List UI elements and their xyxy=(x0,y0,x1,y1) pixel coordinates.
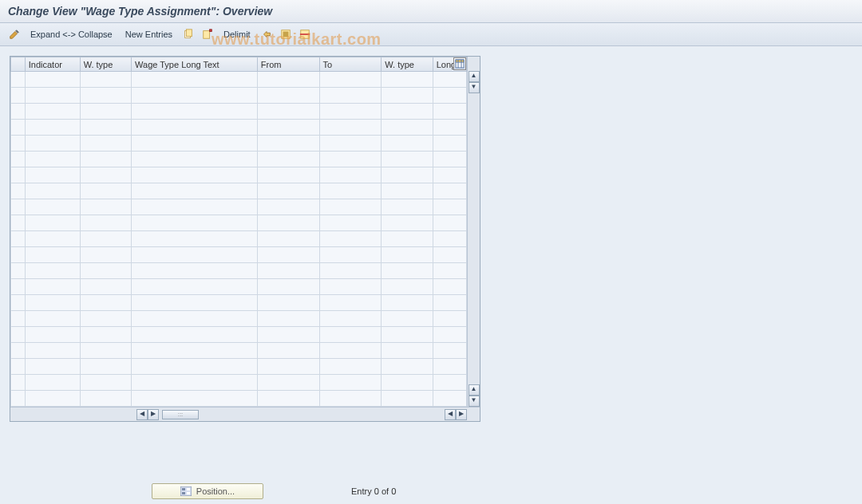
table-cell[interactable] xyxy=(25,343,80,359)
row-selector[interactable] xyxy=(11,391,26,407)
table-cell[interactable] xyxy=(382,311,433,327)
table-cell[interactable] xyxy=(433,152,466,167)
table-cell[interactable] xyxy=(319,167,382,183)
undo-button[interactable] xyxy=(259,26,275,42)
select-all-button[interactable] xyxy=(278,26,294,42)
scroll-down-button[interactable]: ▼ xyxy=(469,396,480,407)
table-cell[interactable] xyxy=(382,295,433,311)
table-cell[interactable] xyxy=(25,199,80,215)
row-selector[interactable] xyxy=(11,247,26,263)
table-cell[interactable] xyxy=(132,231,258,247)
table-row[interactable] xyxy=(11,247,467,263)
table-cell[interactable] xyxy=(25,247,80,263)
table-cell[interactable] xyxy=(257,152,319,167)
table-row[interactable] xyxy=(11,152,467,167)
table-cell[interactable] xyxy=(257,183,319,199)
table-cell[interactable] xyxy=(382,167,433,183)
table-cell[interactable] xyxy=(25,88,80,104)
table-cell[interactable] xyxy=(80,136,131,152)
table-cell[interactable] xyxy=(257,120,319,136)
table-cell[interactable] xyxy=(80,120,131,136)
table-cell[interactable] xyxy=(382,72,433,88)
row-selector[interactable] xyxy=(11,375,26,391)
table-cell[interactable] xyxy=(132,199,258,215)
table-cell[interactable] xyxy=(80,231,131,247)
table-cell[interactable] xyxy=(25,72,80,88)
table-cell[interactable] xyxy=(433,72,466,88)
col-wtype-2[interactable]: W. type xyxy=(382,57,433,72)
table-row[interactable] xyxy=(11,167,467,183)
table-cell[interactable] xyxy=(25,120,80,136)
table-cell[interactable] xyxy=(319,199,382,215)
table-cell[interactable] xyxy=(80,311,131,327)
table-cell[interactable] xyxy=(80,343,131,359)
table-row[interactable] xyxy=(11,88,467,104)
table-cell[interactable] xyxy=(319,72,382,88)
table-cell[interactable] xyxy=(132,391,258,407)
table-cell[interactable] xyxy=(433,375,466,391)
table-cell[interactable] xyxy=(382,279,433,295)
table-row[interactable] xyxy=(11,391,467,407)
col-wtype[interactable]: W. type xyxy=(80,57,131,72)
delimit-button[interactable]: Delimit xyxy=(219,26,255,42)
table-row[interactable] xyxy=(11,215,467,231)
table-cell[interactable] xyxy=(433,120,466,136)
row-selector[interactable] xyxy=(11,279,26,295)
table-cell[interactable] xyxy=(80,104,131,120)
table-cell[interactable] xyxy=(80,327,131,343)
table-cell[interactable] xyxy=(257,136,319,152)
table-cell[interactable] xyxy=(382,120,433,136)
hscroll-thumb[interactable]: ::: xyxy=(162,410,199,419)
table-cell[interactable] xyxy=(382,199,433,215)
table-cell[interactable] xyxy=(433,279,466,295)
table-cell[interactable] xyxy=(319,311,382,327)
position-button[interactable]: Position... xyxy=(152,483,263,499)
table-cell[interactable] xyxy=(382,359,433,375)
table-cell[interactable] xyxy=(132,343,258,359)
table-cell[interactable] xyxy=(132,247,258,263)
table-cell[interactable] xyxy=(80,295,131,311)
table-cell[interactable] xyxy=(433,343,466,359)
table-cell[interactable] xyxy=(382,104,433,120)
table-cell[interactable] xyxy=(25,167,80,183)
table-cell[interactable] xyxy=(433,327,466,343)
table-cell[interactable] xyxy=(382,183,433,199)
table-cell[interactable] xyxy=(25,295,80,311)
table-cell[interactable] xyxy=(257,247,319,263)
table-cell[interactable] xyxy=(382,136,433,152)
table-cell[interactable] xyxy=(382,152,433,167)
table-cell[interactable] xyxy=(433,247,466,263)
table-cell[interactable] xyxy=(319,375,382,391)
table-cell[interactable] xyxy=(25,327,80,343)
table-cell[interactable] xyxy=(319,183,382,199)
table-cell[interactable] xyxy=(382,391,433,407)
table-cell[interactable] xyxy=(257,88,319,104)
table-row[interactable] xyxy=(11,231,467,247)
table-cell[interactable] xyxy=(382,375,433,391)
table-cell[interactable] xyxy=(257,279,319,295)
table-cell[interactable] xyxy=(80,199,131,215)
row-selector[interactable] xyxy=(11,72,26,88)
edit-icon-button[interactable] xyxy=(6,26,22,42)
table-cell[interactable] xyxy=(132,88,258,104)
table-cell[interactable] xyxy=(257,391,319,407)
table-cell[interactable] xyxy=(433,215,466,231)
table-cell[interactable] xyxy=(25,104,80,120)
table-cell[interactable] xyxy=(257,104,319,120)
table-cell[interactable] xyxy=(80,88,131,104)
table-cell[interactable] xyxy=(25,359,80,375)
row-selector[interactable] xyxy=(11,104,26,120)
row-selector[interactable] xyxy=(11,120,26,136)
scroll-right-button[interactable]: ▶ xyxy=(456,409,467,420)
table-cell[interactable] xyxy=(382,247,433,263)
table-row[interactable] xyxy=(11,72,467,88)
table-cell[interactable] xyxy=(80,359,131,375)
table-cell[interactable] xyxy=(25,215,80,231)
table-cell[interactable] xyxy=(25,391,80,407)
table-cell[interactable] xyxy=(382,343,433,359)
table-cell[interactable] xyxy=(382,263,433,279)
row-selector[interactable] xyxy=(11,343,26,359)
table-cell[interactable] xyxy=(25,263,80,279)
row-selector[interactable] xyxy=(11,183,26,199)
table-cell[interactable] xyxy=(319,343,382,359)
